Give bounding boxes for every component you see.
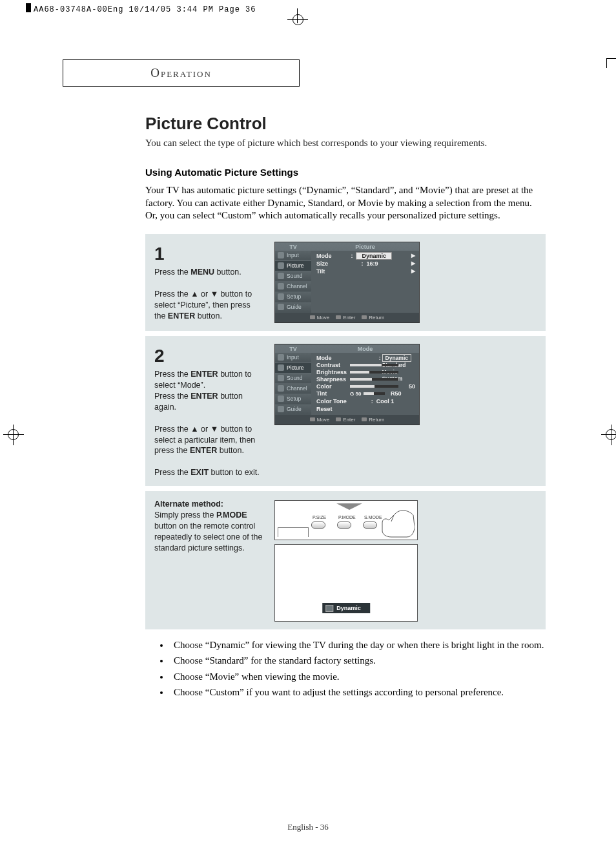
remote-label: P.SIZE [313,515,326,520]
osd-mode-option: Dynamic [382,354,411,363]
osd-footer: Move Enter Return [275,415,419,425]
step-text: Press the [154,268,190,277]
list-item: Choose “Standard” for the standard facto… [170,654,546,667]
crop-mark [287,19,308,20]
osd-popup: Dynamic [322,603,370,613]
arrow-right-icon: ▶ [411,253,415,258]
alt-text: Simply press the [154,510,216,520]
osd-footer: Move Enter Return [275,313,419,322]
osd-side-item: Input [275,251,311,260]
arrow-right-icon: ▶ [411,268,415,274]
step-text: button. [217,446,244,455]
step-text-bold: ENTER [168,311,195,321]
slider-label: Contrast [316,362,347,368]
subheading: Using Automatic Picture Settings [145,167,546,178]
osd-side-item: Picture [275,261,311,271]
crop-mark [8,429,19,440]
osd-footer-item: Return [362,417,384,423]
section-header: Operation [150,66,212,80]
osd-footer-item: Enter [336,417,355,423]
osd-row-value: 16:9 [367,260,378,267]
osd-main: Mode : Dynamic Standard Movie Custom Con… [311,353,419,415]
alt-text: button on the remote control repeatedly … [154,521,262,553]
step-text: button. [195,311,222,321]
osd-screenshot-2: TV Mode Input Picture Sound Channel Setu… [274,344,420,425]
osd-row-label: Mode [316,355,332,361]
step-number: 1 [154,242,263,266]
step-text: Press the [154,468,190,477]
osd-row-label: Color Tone [316,398,347,405]
osd-side-item: Channel [275,282,311,291]
page-footer: English - 36 [0,822,616,832]
step-text: button to exit. [209,468,260,477]
osd-sidebar: Input Picture Sound Channel Setup Guide [275,353,311,415]
bullet-list: Choose “Dynamic” for viewing the TV duri… [145,638,546,699]
osd-row-label: Tilt [316,268,325,275]
osd-row-label: Reset [316,406,333,412]
osd-side-item: Sound [275,271,311,281]
intro-text: You can select the type of picture which… [145,138,546,149]
list-item: Choose “Custom” if you want to adjust th… [170,686,546,699]
step-text-bold: ENTER [190,370,218,379]
step-text-bold: ENTER [190,392,218,401]
osd-menu-title: Picture [311,244,419,250]
osd-row-label: Size [316,260,328,267]
osd-tv-label: TV [275,346,311,352]
step-text: Press the [154,392,190,401]
step-text: button. [214,268,241,277]
tint-right: R50 [387,390,402,397]
step-text-bold: MENU [190,268,214,277]
step-number: 2 [154,344,263,368]
osd-side-item: Setup [275,394,311,404]
print-header: AA68-03748A-00Eng 10/14/05 3:44 PM Page … [34,5,256,14]
black-tab [26,3,31,12]
osd-menu-title: Mode [311,346,419,352]
osd-footer-item: Enter [336,315,355,321]
alt-text-bold: P.MODE [216,510,247,520]
step-text: Press the [154,370,190,379]
osd-footer-item: Move [310,417,330,423]
step-1-box: 1 Press the MENU button. Press the ▲ or … [145,234,546,331]
osd-side-item: Channel [275,384,311,394]
osd-row-value: Dynamic [356,252,392,260]
slider-label: Brightness [316,369,347,375]
arrow-right-icon: ▶ [411,260,415,266]
osd-side-item: Sound [275,374,311,383]
list-item: Choose “Movie” when viewing the movie. [170,670,546,683]
crop-mark [606,58,616,68]
step-2-box: 2 Press the ENTER button to select “Mode… [145,336,546,487]
tint-left: G 50 [350,391,361,397]
osd-row-value: Cool 1 [376,398,395,405]
sub-paragraph: Your TV has automatic picture settings (… [145,184,546,222]
osd-footer-item: Return [362,315,384,321]
osd-sidebar: Input Picture Sound Channel Setup Guide [275,251,311,313]
step-text-bold: ENTER [190,446,217,455]
list-item: Choose “Dynamic” for viewing the TV duri… [170,638,546,651]
osd-footer-item: Move [310,315,330,321]
osd-screenshot-1: TV Picture Input Picture Sound Channel S… [274,242,420,323]
osd-main: Mode : Dynamic ▶ Size : 16:9 ▶ Tilt [311,251,419,313]
osd-tv-label: TV [275,244,311,250]
osd-side-item: Guide [275,302,311,312]
slider-value: 50 [401,383,415,390]
osd-row-label: Mode [316,253,332,259]
section-header-box: Operation [63,59,300,87]
remote-label: P.MODE [338,515,356,520]
slider-label: Sharpness [316,376,347,383]
osd-side-item: Picture [275,363,311,373]
crop-mark [606,429,616,440]
tv-screen-illustration: Dynamic [274,544,418,622]
osd-side-item: Input [275,353,311,363]
hand-icon [363,502,415,538]
remote-illustration: P.SIZE P.MODE S.MODE [274,500,418,540]
osd-side-item: Guide [275,405,311,414]
step-text-bold: EXIT [190,468,209,477]
osd-side-item: Setup [275,292,311,302]
remote-button [337,521,351,529]
remote-button [311,521,325,529]
remote-outline [278,527,309,537]
slider-label: Tint [316,390,347,397]
slider-label: Color [316,383,347,390]
alternate-method-box: Alternate method: Simply press the P.MOD… [145,491,546,629]
alt-heading: Alternate method: [154,500,223,509]
